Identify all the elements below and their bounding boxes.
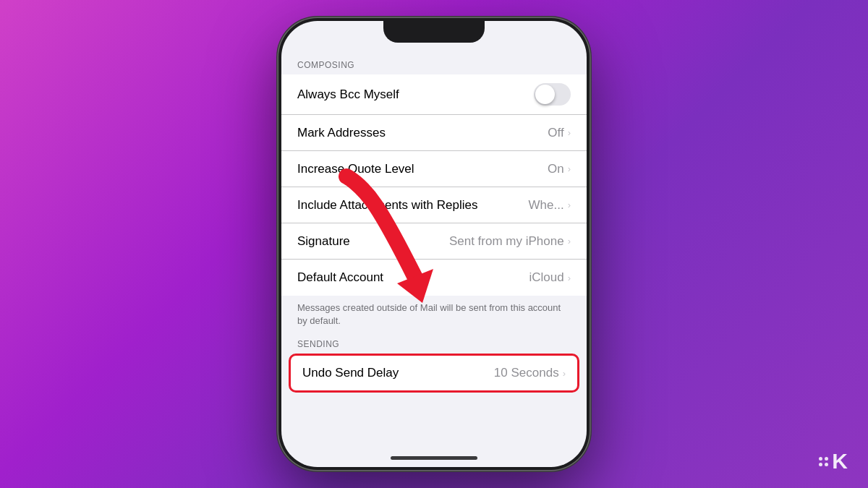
default-account-chevron: › bbox=[568, 273, 571, 283]
composing-footer: Messages created outside of Mail will be… bbox=[281, 296, 587, 335]
settings-content: COMPOSING Always Bcc Myself Mark Address… bbox=[281, 21, 587, 467]
mark-addresses-value: Off bbox=[548, 126, 563, 140]
signature-row[interactable]: Signature Sent from my iPhone › bbox=[281, 223, 587, 260]
always-bcc-label: Always Bcc Myself bbox=[297, 87, 399, 102]
logo-dots bbox=[819, 457, 828, 466]
include-attachments-value: Whe... bbox=[529, 198, 564, 213]
increase-quote-chevron: › bbox=[568, 163, 571, 174]
signature-value: Sent from my iPhone bbox=[449, 234, 564, 249]
composing-settings-group: Always Bcc Myself Mark Addresses Off › I… bbox=[281, 74, 587, 296]
phone-frame: COMPOSING Always Bcc Myself Mark Address… bbox=[278, 18, 590, 470]
composing-section-header: COMPOSING bbox=[281, 50, 587, 74]
signature-chevron: › bbox=[568, 236, 571, 247]
mark-addresses-value-group: Off › bbox=[548, 126, 571, 140]
default-account-value-group: iCloud › bbox=[529, 270, 571, 285]
always-bcc-toggle[interactable] bbox=[534, 83, 571, 106]
home-indicator bbox=[391, 456, 477, 460]
knowtechie-logo: K bbox=[819, 450, 848, 472]
logo-dot-4 bbox=[825, 463, 828, 466]
signature-value-group: Sent from my iPhone › bbox=[449, 234, 571, 249]
undo-send-delay-chevron: › bbox=[563, 368, 566, 379]
include-attachments-value-group: Whe... › bbox=[529, 198, 571, 213]
increase-quote-row[interactable]: Increase Quote Level On › bbox=[281, 151, 587, 187]
signature-label: Signature bbox=[297, 234, 350, 249]
mark-addresses-row[interactable]: Mark Addresses Off › bbox=[281, 115, 587, 151]
undo-send-delay-value: 10 Seconds bbox=[494, 366, 559, 380]
logo-dot-1 bbox=[819, 457, 822, 461]
always-bcc-row[interactable]: Always Bcc Myself bbox=[281, 74, 587, 115]
logo-dot-2 bbox=[825, 457, 828, 461]
phone-screen: COMPOSING Always Bcc Myself Mark Address… bbox=[281, 21, 587, 467]
include-attachments-row[interactable]: Include Attachments with Replies Whe... … bbox=[281, 187, 587, 223]
increase-quote-value: On bbox=[548, 162, 564, 176]
logo-letter: K bbox=[832, 450, 848, 472]
default-account-row[interactable]: Default Account iCloud › bbox=[281, 260, 587, 296]
mark-addresses-chevron: › bbox=[568, 127, 571, 138]
default-account-value: iCloud bbox=[529, 270, 563, 285]
undo-send-delay-row[interactable]: Undo Send Delay 10 Seconds › bbox=[289, 354, 579, 393]
undo-send-delay-value-group: 10 Seconds › bbox=[494, 366, 566, 380]
logo-dot-3 bbox=[819, 463, 822, 466]
toggle-knob bbox=[535, 85, 555, 104]
include-attachments-label: Include Attachments with Replies bbox=[297, 198, 477, 213]
mark-addresses-label: Mark Addresses bbox=[297, 126, 386, 140]
notch bbox=[383, 21, 485, 43]
undo-send-delay-label: Undo Send Delay bbox=[302, 366, 399, 380]
include-attachments-chevron: › bbox=[568, 200, 571, 210]
sending-section-header: SENDING bbox=[281, 335, 587, 354]
increase-quote-value-group: On › bbox=[548, 162, 571, 176]
sending-settings-group: Undo Send Delay 10 Seconds › bbox=[281, 354, 587, 393]
default-account-label: Default Account bbox=[297, 270, 383, 285]
increase-quote-label: Increase Quote Level bbox=[297, 162, 414, 176]
